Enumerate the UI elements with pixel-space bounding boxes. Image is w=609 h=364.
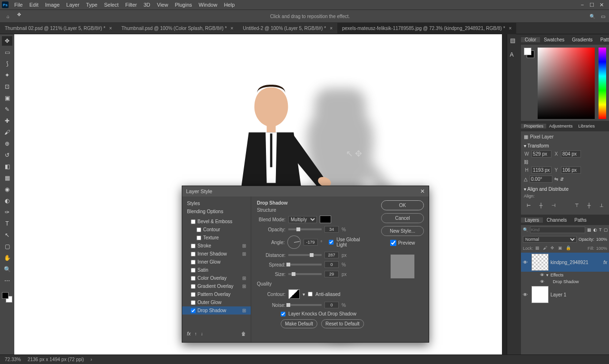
style-outer-glow[interactable]: Outer Glow (182, 298, 251, 306)
spread-field[interactable] (324, 261, 339, 268)
dodge-tool[interactable]: ◐ (2, 196, 12, 206)
pen-tool[interactable]: ✑ (2, 207, 12, 217)
paths-tab[interactable]: Paths (570, 217, 590, 223)
filter-type-icon[interactable]: T (599, 226, 602, 233)
doc-tab[interactable]: Thumbnail.psd @ 100% (Color Splash, RGB/… (117, 23, 238, 34)
patterns-tab[interactable]: Patterns (597, 37, 609, 42)
menu-filter[interactable]: Filter (122, 2, 139, 8)
style-gradient-overlay[interactable]: Gradient Overlay⊞ (182, 282, 251, 290)
add-effect-icon[interactable]: ⊞ (242, 243, 246, 248)
global-light-checkbox[interactable] (329, 240, 334, 245)
style-checkbox[interactable] (191, 260, 196, 265)
fx-badge[interactable]: fx (603, 260, 607, 265)
filter-kind-input[interactable] (530, 226, 585, 233)
hue-slider[interactable] (599, 48, 606, 119)
filter-kind-icon[interactable]: 🔍 (523, 227, 528, 232)
move-tool[interactable]: ✥ (2, 36, 12, 46)
color-tab[interactable]: Color (521, 37, 540, 42)
menu-edit[interactable]: Edit (27, 2, 41, 8)
preview-checkbox[interactable] (390, 240, 396, 246)
noise-slider[interactable] (288, 304, 322, 306)
cancel-button[interactable]: Cancel (381, 213, 424, 223)
eraser-tool[interactable]: ◧ (2, 162, 12, 171)
color-fg-bg[interactable] (524, 48, 534, 58)
transform-section[interactable]: ▾ Transform (524, 141, 606, 150)
style-checkbox[interactable] (191, 276, 196, 281)
style-checkbox[interactable] (191, 292, 196, 297)
close-icon[interactable]: × (231, 26, 234, 31)
visibility-icon[interactable]: 👁 (523, 292, 530, 297)
properties-tab[interactable]: Properties (521, 124, 546, 128)
style-checkbox[interactable] (191, 284, 196, 289)
make-default-button[interactable]: Make Default (281, 319, 317, 328)
color-swatches[interactable] (2, 292, 12, 303)
noise-field[interactable] (324, 302, 339, 308)
style-checkbox[interactable] (191, 219, 196, 224)
y-field[interactable] (561, 167, 581, 174)
gradient-tool[interactable]: ▦ (2, 173, 12, 183)
menu-plugins[interactable]: Plugins (172, 2, 195, 8)
color-field[interactable] (538, 48, 595, 119)
style-pattern-overlay[interactable]: Pattern Overlay (182, 290, 251, 298)
link-icon[interactable]: ⛓ (524, 159, 530, 165)
swatches-tab[interactable]: Swatches (540, 37, 568, 42)
menu-select[interactable]: Select (101, 2, 122, 8)
opacity-slider[interactable] (288, 228, 322, 230)
opacity-value[interactable]: 100% (596, 237, 607, 242)
align-bottom-icon[interactable]: ⊥ (597, 200, 606, 210)
move-down-icon[interactable]: ↓ (201, 331, 203, 336)
layer-name[interactable]: kindpng_2948921 (550, 260, 589, 265)
add-effect-icon[interactable]: ⊞ (242, 308, 246, 313)
window-maximize-icon[interactable]: ☐ (589, 2, 595, 8)
flip-h-icon[interactable]: ⇋ (554, 177, 558, 182)
wand-tool[interactable]: ✦ (2, 70, 12, 80)
doc-tab-active[interactable]: pexels-mateusz-feliksik-11789585.jpg @ 7… (337, 23, 516, 34)
menu-image[interactable]: Image (42, 2, 63, 8)
visibility-icon[interactable]: 👁 (523, 260, 530, 265)
window-minimize-icon[interactable]: − (580, 2, 585, 8)
layers-tab[interactable]: Layers (521, 217, 543, 223)
shadow-color-swatch[interactable] (320, 216, 331, 223)
fx-menu-icon[interactable]: fx (187, 331, 191, 336)
menu-file[interactable]: File (11, 2, 26, 8)
path-tool[interactable]: ↖ (2, 230, 12, 240)
angle-dial[interactable] (287, 236, 300, 249)
libraries-tab[interactable]: Libraries (576, 124, 598, 128)
lock-nest-icon[interactable]: ▣ (558, 246, 564, 251)
style-checkbox[interactable] (191, 268, 196, 273)
blend-mode-select[interactable]: Multiply (288, 216, 317, 223)
reset-default-button[interactable]: Reset to Default (321, 319, 364, 328)
align-left-icon[interactable]: ⊢ (524, 200, 533, 210)
menu-layer[interactable]: Layer (63, 2, 82, 8)
eyedropper-tool[interactable]: ✎ (2, 105, 12, 114)
style-satin[interactable]: Satin (182, 266, 251, 274)
menu-window[interactable]: Window (196, 2, 220, 8)
blend-mode-select[interactable]: Normal (523, 236, 577, 243)
char-panel-icon[interactable]: A (510, 51, 519, 60)
style-checkbox[interactable] (196, 227, 201, 232)
angle-field[interactable] (304, 239, 318, 246)
style-texture[interactable]: Texture (182, 234, 251, 242)
align-section[interactable]: ▾ Align and Distribute (524, 185, 606, 194)
filter-adj-icon[interactable]: ◐ (593, 226, 597, 233)
style-checkbox[interactable] (191, 300, 196, 305)
effects-toggle[interactable]: 👁▾Effects (521, 272, 609, 278)
x-field[interactable] (561, 150, 581, 157)
crop-tool[interactable]: ⊡ (2, 82, 12, 91)
new-style-button[interactable]: New Style... (381, 226, 424, 236)
contour-picker[interactable] (288, 289, 300, 299)
channels-tab[interactable]: Channels (543, 217, 570, 223)
menu-help[interactable]: Help (221, 2, 238, 8)
lock-trans-icon[interactable]: ▦ (535, 246, 541, 251)
contour-dropdown-icon[interactable]: ▾ (303, 292, 305, 297)
style-stroke[interactable]: Stroke⊞ (182, 242, 251, 250)
opacity-field[interactable] (324, 226, 339, 233)
type-tool[interactable]: T (2, 219, 12, 228)
angle-field[interactable] (530, 176, 552, 183)
add-effect-icon[interactable]: ⊞ (242, 284, 246, 289)
doc-tab[interactable]: Thumbnail 02.psd @ 121% (Layer 5, RGB/8#… (0, 23, 117, 34)
style-checkbox[interactable] (191, 244, 196, 248)
style-checkbox[interactable] (191, 252, 196, 256)
zoom-level[interactable]: 72.33% (5, 357, 21, 362)
shape-tool[interactable]: ▢ (2, 242, 12, 251)
